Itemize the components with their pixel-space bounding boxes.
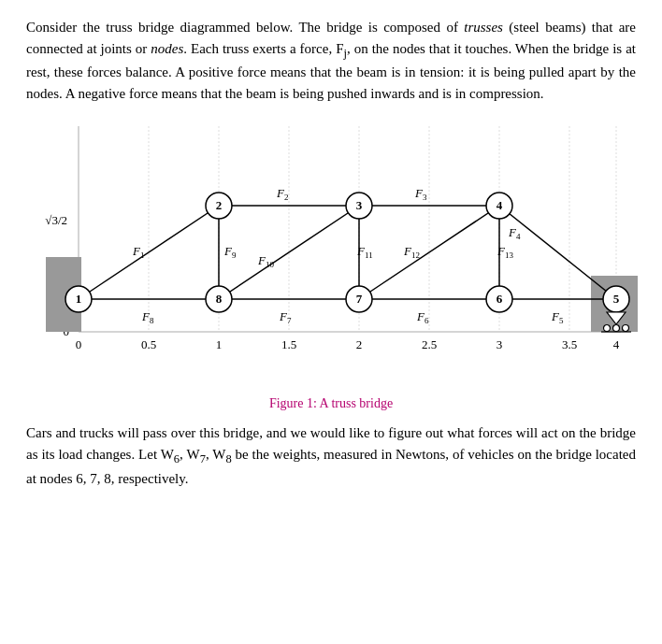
truss-diagram: 0 0.5 1 1.5 2 2.5 3 3.5 4 0 √3/2 — [22, 117, 640, 388]
axis-label-35: 3.5 — [562, 337, 577, 351]
roller-3 — [623, 325, 629, 332]
roller-2 — [613, 325, 620, 332]
svg-line-22 — [499, 206, 616, 299]
node-1-label: 1 — [76, 292, 82, 306]
F3-sub: 3 — [423, 193, 427, 202]
figure-container: 0 0.5 1 1.5 2 2.5 3 3.5 4 0 √3/2 — [26, 117, 636, 413]
node-8-label: 8 — [216, 292, 223, 306]
figure-caption: Figure 1: A truss bridge — [269, 394, 393, 413]
axis-label-05: 0.5 — [141, 337, 156, 351]
p2-text-c: , W — [206, 447, 226, 462]
paragraph-2: Cars and trucks will pass over this brid… — [26, 422, 636, 489]
F5-sub: 5 — [559, 316, 564, 325]
F1-sub: 1 — [140, 250, 145, 260]
axis-label-4: 4 — [613, 337, 620, 351]
F13-sub: 13 — [505, 250, 514, 260]
node-4-label: 4 — [496, 198, 503, 212]
p1-text-before-trusses: Consider the truss bridge diagrammed bel… — [26, 20, 464, 35]
F8-sub: 8 — [150, 316, 154, 325]
F4-sub: 4 — [516, 232, 521, 241]
y-label-sqrt: √3/2 — [45, 213, 67, 227]
node-2-label: 2 — [216, 198, 223, 212]
axis-label-3: 3 — [496, 337, 503, 351]
node-6-label: 6 — [496, 292, 503, 306]
F12-sub: 12 — [411, 250, 420, 260]
node-3-label: 3 — [356, 198, 363, 212]
p2-text-b: , W — [180, 447, 200, 462]
axis-label-25: 2.5 — [422, 337, 437, 351]
paragraph-1: Consider the truss bridge diagrammed bel… — [26, 17, 636, 104]
node-5-label: 5 — [613, 292, 620, 306]
axis-label-0: 0 — [76, 337, 82, 351]
F11-sub: 11 — [365, 250, 373, 260]
F10-sub: 10 — [266, 260, 275, 269]
F2-sub: 2 — [284, 193, 289, 202]
axis-label-1: 1 — [216, 337, 223, 351]
axis-label-15: 1.5 — [281, 337, 296, 351]
F6-sub: 6 — [425, 316, 429, 325]
F9-sub: 9 — [232, 250, 237, 260]
axis-label-2: 2 — [356, 337, 363, 351]
trusses-word: trusses — [464, 20, 503, 35]
nodes-word: nodes — [151, 41, 183, 56]
p1c-text: . Each truss exerts a force, F — [183, 41, 343, 56]
node-7-label: 7 — [356, 292, 363, 306]
F7-sub: 7 — [287, 316, 292, 325]
roller-1 — [604, 325, 611, 332]
